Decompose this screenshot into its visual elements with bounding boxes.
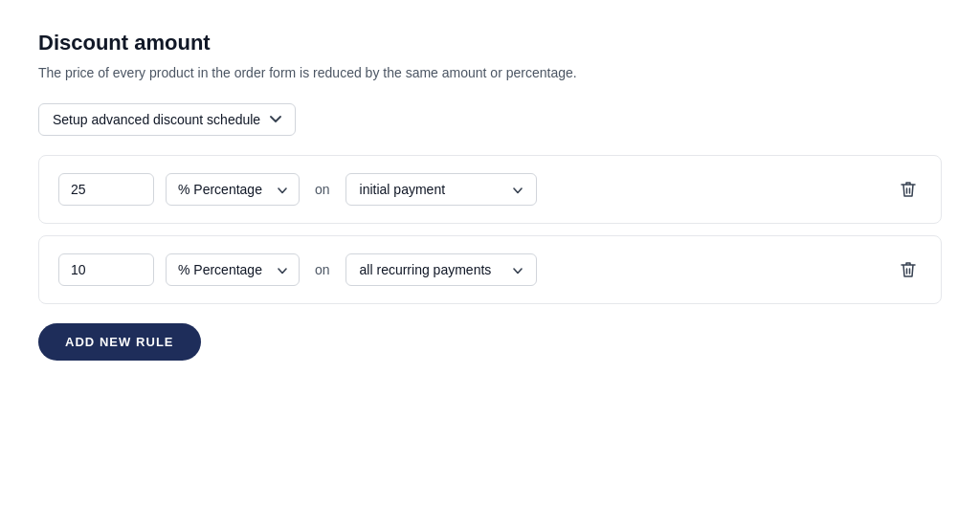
target-label-2: all recurring payments [360,262,492,277]
type-label-1: % Percentage [178,182,262,197]
rule-fields-1: % Percentage on initial payment [58,173,876,206]
add-new-rule-button[interactable]: ADD NEW RULE [38,323,201,361]
trash-icon-1 [901,181,916,198]
target-label-1: initial payment [360,182,446,197]
page-container: Discount amount The price of every produ… [0,0,980,391]
page-title: Discount amount [38,31,942,55]
delete-rule-1-button[interactable] [895,175,922,204]
delete-rule-2-button[interactable] [895,255,922,284]
schedule-dropdown-label: Setup advanced discount schedule [53,112,260,127]
target-dropdown-2[interactable]: all recurring payments [345,253,537,286]
type-label-2: % Percentage [178,262,262,277]
target-dropdown-1[interactable]: initial payment [345,173,537,206]
type-chevron-icon-2 [278,262,287,277]
on-label-1: on [311,182,334,197]
amount-input-1[interactable] [58,173,154,206]
type-dropdown-2[interactable]: % Percentage [166,253,300,286]
amount-input-2[interactable] [58,253,154,286]
rule-fields-2: % Percentage on all recurring payments [58,253,876,286]
rule-row-2: % Percentage on all recurring payments [38,235,942,304]
target-chevron-icon-2 [513,262,523,277]
trash-icon-2 [901,261,916,278]
schedule-dropdown[interactable]: Setup advanced discount schedule [38,103,296,136]
target-chevron-icon-1 [513,182,523,197]
chevron-down-icon [270,113,281,126]
type-dropdown-1[interactable]: % Percentage [166,173,300,206]
section-description: The price of every product in the order … [38,65,942,80]
type-chevron-icon-1 [278,182,287,197]
on-label-2: on [311,262,334,277]
rule-row-1: % Percentage on initial payment [38,155,942,224]
